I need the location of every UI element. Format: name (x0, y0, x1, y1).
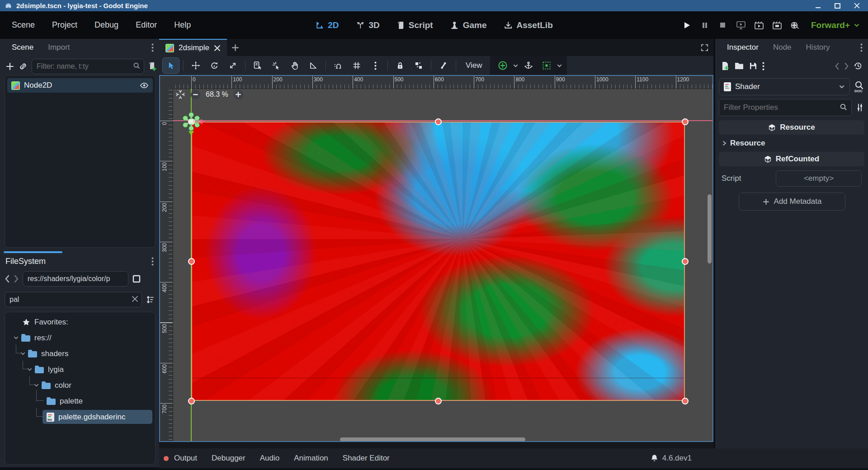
workspace-3d[interactable]: 3D (351, 18, 385, 33)
resource-picker[interactable]: Shader (719, 78, 850, 95)
transform-gizmo[interactable] (181, 111, 212, 143)
bottom-tab-debugger[interactable]: Debugger (206, 451, 251, 465)
list-select-tool[interactable] (250, 58, 266, 73)
anchor-icon[interactable] (520, 58, 537, 73)
tree-item-lygia[interactable]: lygia (5, 362, 155, 377)
pan-tool[interactable] (287, 58, 303, 73)
play-scene-button[interactable] (753, 19, 765, 31)
tree-item-palette-gdshaderinc[interactable]: inc palette.gdshaderinc (5, 409, 155, 425)
resource-menu-icon[interactable] (762, 62, 764, 70)
close-tab-icon[interactable] (214, 45, 221, 52)
add-metadata-button[interactable]: Add Metadata (739, 193, 845, 211)
zoom-out-button[interactable] (191, 90, 200, 99)
tree-item-res[interactable]: res:// (5, 330, 155, 346)
canvas-sprite[interactable] (191, 122, 685, 401)
instance-scene-button[interactable] (18, 62, 28, 71)
handle-mid-right[interactable] (682, 258, 689, 265)
sort-icon[interactable] (146, 295, 155, 304)
zoom-percent[interactable]: 68.3 % (206, 90, 228, 99)
tree-item-favorites[interactable]: Favorites: (5, 314, 155, 330)
filesystem-search-input[interactable] (5, 292, 142, 307)
snap-options-menu-icon[interactable] (367, 58, 383, 73)
section-resource[interactable]: Resource (722, 136, 862, 150)
play-remote-button[interactable] (735, 19, 747, 31)
menu-editor[interactable]: Editor (130, 18, 162, 33)
play-button[interactable] (681, 19, 693, 31)
2d-viewport[interactable]: 0100200300400500600700800900100011001200… (159, 75, 713, 442)
workspace-assetlib[interactable]: AssetLib (499, 18, 558, 33)
renderer-selector[interactable]: Forward+ (807, 19, 863, 32)
horizontal-scrollbar[interactable] (340, 437, 525, 442)
menu-help[interactable]: Help (169, 18, 196, 33)
play-custom-scene-button[interactable] (771, 19, 783, 31)
add-node-button[interactable] (5, 62, 14, 71)
point-select-tool[interactable] (268, 58, 284, 73)
grid-snap-icon[interactable] (349, 58, 365, 73)
chevron-down-icon[interactable] (13, 335, 19, 341)
menu-project[interactable]: Project (47, 18, 83, 33)
bottom-tab-animation[interactable]: Animation (288, 451, 334, 465)
move-tool[interactable] (188, 58, 204, 73)
bottom-tab-output[interactable]: Output (172, 451, 203, 465)
notification-bell-icon[interactable] (651, 454, 658, 462)
handle-top-center[interactable] (435, 118, 442, 125)
history-back-icon[interactable] (835, 62, 840, 70)
tab-inspector[interactable]: Inspector (721, 40, 765, 55)
scene-filter-input[interactable] (32, 59, 144, 74)
category-resource[interactable]: Resource (719, 120, 864, 135)
menu-debug[interactable]: Debug (89, 18, 124, 33)
workspace-script[interactable]: Script (392, 18, 439, 33)
close-icon[interactable] (854, 3, 860, 9)
bottom-tab-shader-editor[interactable]: Shader Editor (337, 451, 395, 465)
view-menu[interactable]: View (460, 59, 488, 72)
category-refcounted[interactable]: RefCounted (719, 152, 864, 166)
handle-bottom-left[interactable] (188, 398, 195, 404)
handle-bottom-center[interactable] (435, 398, 442, 404)
filter-properties-input[interactable] (719, 99, 852, 116)
handle-top-right[interactable] (682, 118, 689, 125)
load-resource-folder-icon[interactable] (734, 62, 744, 70)
tree-item-color[interactable]: color (5, 377, 155, 393)
pause-button[interactable] (699, 19, 711, 31)
tree-item-node2d[interactable]: Node2D (7, 78, 153, 93)
ruler-tool[interactable] (305, 58, 321, 73)
scale-tool[interactable] (225, 58, 241, 73)
history-forward-icon[interactable] (844, 62, 849, 70)
attach-script-button[interactable] (148, 62, 157, 71)
bone-icon[interactable] (435, 58, 452, 73)
clear-search-icon[interactable] (132, 296, 138, 302)
center-view-icon[interactable] (175, 89, 185, 99)
handle-bottom-right[interactable] (682, 398, 689, 404)
handle-mid-left[interactable] (188, 258, 195, 265)
tab-import[interactable]: Import (42, 40, 76, 55)
tab-scene[interactable]: Scene (5, 40, 40, 55)
group-icon[interactable] (410, 58, 427, 73)
movie-maker-button[interactable] (789, 19, 801, 31)
smart-snap-icon[interactable] (330, 58, 346, 73)
inspector-menu-icon[interactable] (860, 43, 863, 52)
tree-item-shaders[interactable]: shaders (5, 346, 155, 362)
lock-icon[interactable] (392, 58, 408, 73)
visibility-eye-icon[interactable] (140, 82, 149, 89)
scene-dock-menu-icon[interactable] (151, 43, 154, 52)
script-value-button[interactable]: <empty> (776, 170, 862, 187)
zoom-in-button[interactable] (234, 90, 243, 99)
rotate-tool[interactable] (206, 58, 222, 73)
nav-forward-icon[interactable] (14, 275, 19, 283)
workspace-game[interactable]: Game (445, 18, 492, 33)
nav-back-icon[interactable] (5, 275, 10, 283)
tree-item-palette-folder[interactable]: palette (5, 393, 155, 409)
split-mode-icon[interactable] (132, 274, 141, 283)
maximize-icon[interactable] (835, 3, 840, 9)
smart-snap-region-icon[interactable] (538, 58, 555, 73)
menu-scene[interactable]: Scene (6, 18, 40, 33)
minimize-icon[interactable] (815, 3, 821, 9)
scene-tab-2dsimple[interactable]: 2dsimple (159, 39, 227, 56)
workspace-2d[interactable]: 2D (310, 18, 344, 33)
filesystem-path-input[interactable] (23, 271, 128, 287)
chevron-down-icon[interactable] (557, 63, 562, 69)
filesystem-menu-icon[interactable] (151, 257, 154, 266)
select-tool[interactable] (163, 58, 179, 73)
add-transform-icon[interactable] (495, 58, 511, 73)
vertical-scrollbar[interactable] (708, 194, 712, 263)
